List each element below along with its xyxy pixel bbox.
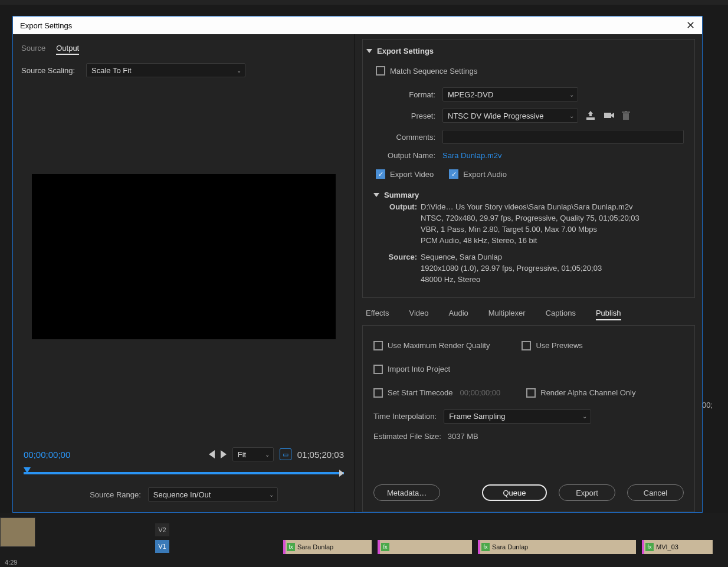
fx-badge: fx xyxy=(381,543,389,551)
collapse-icon[interactable] xyxy=(373,193,379,197)
set-start-tc-checkbox[interactable] xyxy=(373,388,383,398)
options-panel: Use Maximum Render Quality Use Previews … xyxy=(362,325,695,512)
start-tc-input[interactable]: 00;00;00;00 xyxy=(460,388,501,397)
summary-output-text: D:\Vide… Us Your Story videos\Sara Dunla… xyxy=(421,202,684,246)
timecode-current[interactable]: 00;00;00;00 xyxy=(24,450,70,460)
chevron-down-icon: ⌄ xyxy=(265,451,270,458)
tab-audio[interactable]: Audio xyxy=(449,309,468,320)
metadata-button[interactable]: Metadata… xyxy=(373,484,440,501)
import-project-label: Import Into Project xyxy=(388,365,450,373)
dialog-titlebar: Export Settings ✕ xyxy=(13,17,702,34)
tab-captions[interactable]: Captions xyxy=(546,309,576,320)
est-size-value: 3037 MB xyxy=(448,432,478,441)
export-settings-panel: Export Settings Match Sequence Settings … xyxy=(362,39,695,298)
track-label-v2[interactable]: V2 xyxy=(155,523,169,536)
collapse-icon[interactable] xyxy=(366,49,372,53)
comments-input[interactable] xyxy=(442,130,684,144)
out-point-icon[interactable] xyxy=(339,470,344,477)
output-name-link[interactable]: Sara Dunlap.m2v xyxy=(442,151,501,160)
export-audio-label: Export Audio xyxy=(463,170,507,179)
export-tabs: Effects Video Audio Multiplexer Captions… xyxy=(362,304,695,325)
output-name-label: Output Name: xyxy=(373,151,435,160)
tab-source[interactable]: Source xyxy=(21,44,45,55)
max-render-checkbox[interactable] xyxy=(373,341,383,350)
tab-publish[interactable]: Publish xyxy=(596,309,621,320)
background-timeline: V2 V1 fxSara Dunlap fx fxSara Dunlap fxM… xyxy=(0,513,728,567)
clip-1[interactable]: fxSara Dunlap xyxy=(283,540,372,554)
close-icon[interactable]: ✕ xyxy=(686,19,695,32)
fx-badge: fx xyxy=(645,543,654,551)
cancel-button[interactable]: Cancel xyxy=(627,484,684,501)
tab-effects[interactable]: Effects xyxy=(366,309,389,320)
export-settings-dialog: Export Settings ✕ Source Output Source S… xyxy=(12,16,703,513)
clip-label: Sara Dunlap xyxy=(297,543,333,550)
right-settings-pane: Export Settings Match Sequence Settings … xyxy=(355,34,702,512)
export-settings-title: Export Settings xyxy=(377,47,434,55)
chevron-down-icon: ⌄ xyxy=(269,491,274,498)
track-label-v1[interactable]: V1 xyxy=(155,540,169,553)
preview-canvas xyxy=(32,174,336,339)
step-back-icon[interactable] xyxy=(209,450,215,458)
clip-2[interactable]: fx xyxy=(378,540,472,554)
max-render-label: Use Maximum Render Quality xyxy=(388,341,490,350)
clip-label: MVI_03 xyxy=(656,543,678,550)
chevron-down-icon: ⌄ xyxy=(569,113,574,119)
export-button[interactable]: Export xyxy=(559,484,615,501)
aspect-ratio-icon[interactable]: ▭ xyxy=(280,448,291,460)
est-size-label: Estimated File Size: xyxy=(373,432,441,441)
queue-button[interactable]: Queue xyxy=(482,484,547,501)
chevron-down-icon: ⌄ xyxy=(237,67,241,74)
ruler-tc: 00; xyxy=(702,401,723,418)
format-label: Format: xyxy=(373,90,435,99)
chevron-down-icon: ⌄ xyxy=(569,91,574,98)
use-previews-label: Use Previews xyxy=(536,341,582,350)
export-audio-checkbox[interactable]: ✓ xyxy=(449,169,458,179)
time-interp-value: Frame Sampling xyxy=(449,412,505,421)
zoom-select[interactable]: Fit ⌄ xyxy=(232,447,274,461)
fx-badge: fx xyxy=(481,543,490,551)
clip-3[interactable]: fxSara Dunlap xyxy=(478,540,636,554)
render-alpha-label: Render Alpha Channel Only xyxy=(540,388,635,397)
tab-multiplexer[interactable]: Multiplexer xyxy=(488,309,526,320)
zoom-value: Fit xyxy=(238,450,246,459)
summary-source-text: Sequence, Sara Dunlap 1920x1080 (1.0), 2… xyxy=(421,252,684,286)
source-scaling-label: Source Scaling: xyxy=(21,66,80,75)
time-interp-label: Time Interpolation: xyxy=(373,412,437,421)
source-scaling-select[interactable]: Scale To Fit ⌄ xyxy=(86,63,245,77)
time-display: 4:29 xyxy=(5,559,17,566)
match-sequence-label: Match Sequence Settings xyxy=(390,67,477,76)
import-project-checkbox[interactable] xyxy=(373,365,383,374)
source-range-label: Source Range: xyxy=(90,490,141,499)
left-preview-pane: Source Output Source Scaling: Scale To F… xyxy=(13,34,355,512)
preset-select[interactable]: NTSC DV Wide Progressive ⌄ xyxy=(442,109,578,123)
summary-output-label: Output: xyxy=(385,202,417,246)
preset-value: NTSC DV Wide Progressive xyxy=(448,112,544,120)
chevron-down-icon: ⌄ xyxy=(582,413,587,419)
format-value: MPEG2-DVD xyxy=(448,90,493,99)
use-previews-checkbox[interactable] xyxy=(522,341,531,350)
dialog-title: Export Settings xyxy=(20,21,72,30)
import-preset-icon[interactable] xyxy=(603,111,615,120)
tab-video[interactable]: Video xyxy=(409,309,429,320)
render-alpha-checkbox[interactable] xyxy=(526,388,536,398)
step-forward-icon[interactable] xyxy=(221,450,227,458)
fx-badge: fx xyxy=(287,543,295,551)
match-sequence-checkbox[interactable] xyxy=(376,66,385,76)
time-interp-select[interactable]: Frame Sampling ⌄ xyxy=(444,409,591,424)
range-timeline[interactable] xyxy=(24,467,344,479)
source-range-value: Sequence In/Out xyxy=(153,490,211,499)
source-scaling-value: Scale To Fit xyxy=(91,66,132,75)
format-select[interactable]: MPEG2-DVD ⌄ xyxy=(442,87,578,101)
save-preset-icon[interactable] xyxy=(585,111,596,120)
playhead-icon[interactable] xyxy=(24,467,31,473)
summary-block: Output: D:\Vide… Us Your Story videos\Sa… xyxy=(385,202,684,286)
preset-label: Preset: xyxy=(373,112,435,120)
tab-output[interactable]: Output xyxy=(56,44,79,55)
summary-source-label: Source: xyxy=(385,252,417,286)
delete-preset-icon[interactable] xyxy=(622,111,630,120)
export-video-checkbox[interactable]: ✓ xyxy=(376,169,385,179)
comments-label: Comments: xyxy=(373,133,435,142)
clip-4[interactable]: fxMVI_03 xyxy=(642,540,713,554)
source-range-select[interactable]: Sequence In/Out ⌄ xyxy=(148,487,278,502)
set-start-tc-label: Set Start Timecode xyxy=(388,388,453,397)
